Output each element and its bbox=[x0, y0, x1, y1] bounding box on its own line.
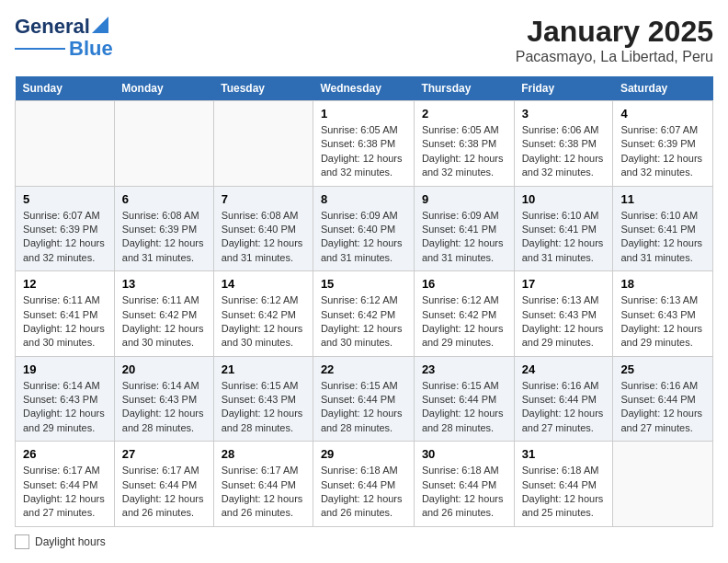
title-block: January 2025 Pacasmayo, La Libertad, Per… bbox=[516, 15, 713, 65]
page-title: January 2025 bbox=[516, 15, 713, 49]
day-number: 31 bbox=[522, 447, 606, 461]
day-info: Sunrise: 6:14 AM Sunset: 6:43 PM Dayligh… bbox=[23, 379, 107, 436]
calendar-cell: 20Sunrise: 6:14 AM Sunset: 6:43 PM Dayli… bbox=[114, 356, 213, 442]
day-number: 28 bbox=[222, 447, 305, 461]
day-info: Sunrise: 6:15 AM Sunset: 6:44 PM Dayligh… bbox=[422, 379, 506, 436]
weekday-header: Saturday bbox=[613, 76, 713, 101]
calendar-week-row: 5Sunrise: 6:07 AM Sunset: 6:39 PM Daylig… bbox=[16, 186, 713, 271]
day-number: 16 bbox=[422, 277, 506, 291]
day-number: 14 bbox=[222, 277, 305, 291]
day-info: Sunrise: 6:17 AM Sunset: 6:44 PM Dayligh… bbox=[222, 464, 305, 521]
day-info: Sunrise: 6:16 AM Sunset: 6:44 PM Dayligh… bbox=[620, 379, 705, 436]
calendar-cell: 30Sunrise: 6:18 AM Sunset: 6:44 PM Dayli… bbox=[414, 442, 514, 527]
calendar-cell: 15Sunrise: 6:12 AM Sunset: 6:42 PM Dayli… bbox=[313, 271, 414, 357]
logo-blue: Blue bbox=[69, 37, 113, 61]
day-info: Sunrise: 6:09 AM Sunset: 6:40 PM Dayligh… bbox=[321, 209, 406, 266]
day-number: 3 bbox=[522, 107, 606, 121]
day-info: Sunrise: 6:13 AM Sunset: 6:43 PM Dayligh… bbox=[620, 293, 705, 350]
calendar-cell: 1Sunrise: 6:05 AM Sunset: 6:38 PM Daylig… bbox=[313, 101, 414, 187]
weekday-header: Sunday bbox=[16, 76, 115, 101]
calendar-cell: 31Sunrise: 6:18 AM Sunset: 6:44 PM Dayli… bbox=[514, 442, 613, 527]
day-number: 24 bbox=[522, 362, 606, 376]
day-info: Sunrise: 6:10 AM Sunset: 6:41 PM Dayligh… bbox=[620, 209, 705, 266]
page-header: General Blue January 2025 Pacasmayo, La … bbox=[15, 15, 713, 65]
calendar-cell: 8Sunrise: 6:09 AM Sunset: 6:40 PM Daylig… bbox=[313, 186, 414, 271]
day-info: Sunrise: 6:12 AM Sunset: 6:42 PM Dayligh… bbox=[222, 293, 305, 350]
calendar-cell: 26Sunrise: 6:17 AM Sunset: 6:44 PM Dayli… bbox=[16, 442, 115, 527]
calendar-cell: 2Sunrise: 6:05 AM Sunset: 6:38 PM Daylig… bbox=[414, 101, 514, 187]
day-info: Sunrise: 6:05 AM Sunset: 6:38 PM Dayligh… bbox=[321, 123, 406, 180]
day-info: Sunrise: 6:07 AM Sunset: 6:39 PM Dayligh… bbox=[23, 209, 107, 266]
calendar-week-row: 1Sunrise: 6:05 AM Sunset: 6:38 PM Daylig… bbox=[16, 101, 713, 187]
calendar-cell: 7Sunrise: 6:08 AM Sunset: 6:40 PM Daylig… bbox=[213, 186, 313, 271]
day-number: 1 bbox=[321, 107, 406, 121]
svg-marker-0 bbox=[92, 17, 108, 33]
logo-general: General bbox=[15, 15, 90, 39]
calendar-cell: 11Sunrise: 6:10 AM Sunset: 6:41 PM Dayli… bbox=[613, 186, 713, 271]
footer: Daylight hours bbox=[15, 534, 713, 549]
calendar-cell bbox=[213, 101, 313, 187]
weekday-header: Monday bbox=[114, 76, 213, 101]
calendar-cell: 22Sunrise: 6:15 AM Sunset: 6:44 PM Dayli… bbox=[313, 356, 414, 442]
day-number: 6 bbox=[122, 192, 206, 206]
day-info: Sunrise: 6:15 AM Sunset: 6:43 PM Dayligh… bbox=[222, 379, 305, 436]
day-info: Sunrise: 6:14 AM Sunset: 6:43 PM Dayligh… bbox=[122, 379, 206, 436]
calendar-cell bbox=[16, 101, 115, 187]
day-number: 5 bbox=[23, 192, 107, 206]
day-number: 19 bbox=[23, 362, 107, 376]
day-info: Sunrise: 6:06 AM Sunset: 6:38 PM Dayligh… bbox=[522, 123, 606, 180]
day-info: Sunrise: 6:18 AM Sunset: 6:44 PM Dayligh… bbox=[321, 464, 406, 521]
calendar-cell: 9Sunrise: 6:09 AM Sunset: 6:41 PM Daylig… bbox=[414, 186, 514, 271]
day-info: Sunrise: 6:12 AM Sunset: 6:42 PM Dayligh… bbox=[321, 293, 406, 350]
calendar-cell: 12Sunrise: 6:11 AM Sunset: 6:41 PM Dayli… bbox=[16, 271, 115, 357]
day-info: Sunrise: 6:05 AM Sunset: 6:38 PM Dayligh… bbox=[422, 123, 506, 180]
weekday-header: Thursday bbox=[414, 76, 514, 101]
calendar-cell: 17Sunrise: 6:13 AM Sunset: 6:43 PM Dayli… bbox=[514, 271, 613, 357]
calendar-cell: 4Sunrise: 6:07 AM Sunset: 6:39 PM Daylig… bbox=[613, 101, 713, 187]
calendar-week-row: 26Sunrise: 6:17 AM Sunset: 6:44 PM Dayli… bbox=[16, 442, 713, 527]
weekday-header: Tuesday bbox=[213, 76, 313, 101]
calendar-cell: 25Sunrise: 6:16 AM Sunset: 6:44 PM Dayli… bbox=[613, 356, 713, 442]
day-info: Sunrise: 6:13 AM Sunset: 6:43 PM Dayligh… bbox=[522, 293, 606, 350]
calendar-cell: 13Sunrise: 6:11 AM Sunset: 6:42 PM Dayli… bbox=[114, 271, 213, 357]
calendar-cell: 24Sunrise: 6:16 AM Sunset: 6:44 PM Dayli… bbox=[514, 356, 613, 442]
day-number: 27 bbox=[122, 447, 206, 461]
calendar-table: SundayMondayTuesdayWednesdayThursdayFrid… bbox=[15, 76, 713, 527]
day-info: Sunrise: 6:08 AM Sunset: 6:39 PM Dayligh… bbox=[122, 209, 206, 266]
day-number: 25 bbox=[620, 362, 705, 376]
day-info: Sunrise: 6:08 AM Sunset: 6:40 PM Dayligh… bbox=[222, 209, 305, 266]
day-number: 9 bbox=[422, 192, 506, 206]
calendar-cell: 18Sunrise: 6:13 AM Sunset: 6:43 PM Dayli… bbox=[613, 271, 713, 357]
calendar-cell: 3Sunrise: 6:06 AM Sunset: 6:38 PM Daylig… bbox=[514, 101, 613, 187]
day-info: Sunrise: 6:11 AM Sunset: 6:41 PM Dayligh… bbox=[23, 293, 107, 350]
day-number: 29 bbox=[321, 447, 406, 461]
footer-label: Daylight hours bbox=[35, 535, 106, 548]
footer-box bbox=[15, 534, 29, 549]
calendar-cell: 14Sunrise: 6:12 AM Sunset: 6:42 PM Dayli… bbox=[213, 271, 313, 357]
calendar-cell: 6Sunrise: 6:08 AM Sunset: 6:39 PM Daylig… bbox=[114, 186, 213, 271]
calendar-cell: 21Sunrise: 6:15 AM Sunset: 6:43 PM Dayli… bbox=[213, 356, 313, 442]
calendar-cell: 19Sunrise: 6:14 AM Sunset: 6:43 PM Dayli… bbox=[16, 356, 115, 442]
calendar-cell: 28Sunrise: 6:17 AM Sunset: 6:44 PM Dayli… bbox=[213, 442, 313, 527]
day-info: Sunrise: 6:12 AM Sunset: 6:42 PM Dayligh… bbox=[422, 293, 506, 350]
weekday-header-row: SundayMondayTuesdayWednesdayThursdayFrid… bbox=[16, 76, 713, 101]
day-number: 17 bbox=[522, 277, 606, 291]
day-info: Sunrise: 6:16 AM Sunset: 6:44 PM Dayligh… bbox=[522, 379, 606, 436]
calendar-cell: 29Sunrise: 6:18 AM Sunset: 6:44 PM Dayli… bbox=[313, 442, 414, 527]
day-info: Sunrise: 6:18 AM Sunset: 6:44 PM Dayligh… bbox=[422, 464, 506, 521]
day-info: Sunrise: 6:09 AM Sunset: 6:41 PM Dayligh… bbox=[422, 209, 506, 266]
calendar-cell: 5Sunrise: 6:07 AM Sunset: 6:39 PM Daylig… bbox=[16, 186, 115, 271]
calendar-week-row: 19Sunrise: 6:14 AM Sunset: 6:43 PM Dayli… bbox=[16, 356, 713, 442]
day-number: 4 bbox=[620, 107, 705, 121]
calendar-cell: 10Sunrise: 6:10 AM Sunset: 6:41 PM Dayli… bbox=[514, 186, 613, 271]
weekday-header: Wednesday bbox=[313, 76, 414, 101]
day-number: 20 bbox=[122, 362, 206, 376]
day-number: 23 bbox=[422, 362, 506, 376]
day-info: Sunrise: 6:11 AM Sunset: 6:42 PM Dayligh… bbox=[122, 293, 206, 350]
calendar-week-row: 12Sunrise: 6:11 AM Sunset: 6:41 PM Dayli… bbox=[16, 271, 713, 357]
day-number: 12 bbox=[23, 277, 107, 291]
day-number: 11 bbox=[620, 192, 705, 206]
day-info: Sunrise: 6:10 AM Sunset: 6:41 PM Dayligh… bbox=[522, 209, 606, 266]
day-info: Sunrise: 6:17 AM Sunset: 6:44 PM Dayligh… bbox=[122, 464, 206, 521]
day-number: 22 bbox=[321, 362, 406, 376]
